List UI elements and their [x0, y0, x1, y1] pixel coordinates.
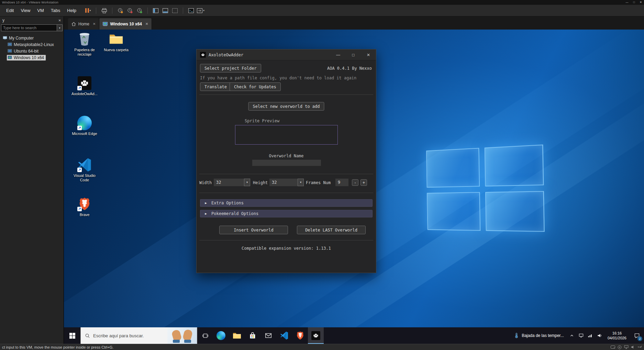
tray-volume-button[interactable]	[595, 327, 604, 344]
vm-power-pause-button[interactable]: ▾	[84, 7, 92, 15]
task-view-button[interactable]	[197, 327, 213, 344]
width-select[interactable]: 32	[214, 179, 244, 186]
action-center-button[interactable]: 2	[630, 327, 644, 344]
app-close-button[interactable]: ✕	[361, 49, 376, 60]
taskbar-clock[interactable]: 16:16 04/01/2026	[604, 331, 630, 340]
check-for-updates-button[interactable]: Check for Updates	[230, 82, 281, 91]
tree-item-windows-10-x64[interactable]: Windows 10 x64	[0, 54, 64, 61]
printer-icon	[101, 8, 107, 13]
toolbar-divider	[183, 8, 183, 14]
vm-icon	[8, 49, 12, 53]
manage-snapshots-button[interactable]	[135, 7, 144, 15]
start-button[interactable]	[64, 327, 80, 344]
vmware-titlebar[interactable]: Windows 10 x64 - VMware Workstation — □ …	[0, 0, 644, 5]
height-select[interactable]: 32	[269, 179, 298, 186]
taskbar-axolote-button[interactable]	[308, 327, 324, 344]
windows-logo-pane	[427, 192, 480, 231]
menu-vm[interactable]: VM	[34, 6, 47, 15]
height-dropdown-button[interactable]: ▼	[298, 179, 304, 186]
desktop-icon-axolote[interactable]: AxoloteOwAd...	[69, 76, 100, 96]
divider	[199, 193, 373, 193]
frames-increment-button[interactable]: +	[360, 179, 367, 186]
desktop-icon-label: Nueva carpeta	[104, 48, 129, 52]
weather-widget[interactable]: Bajada de las temper...	[510, 333, 567, 338]
take-snapshot-button[interactable]	[116, 7, 124, 15]
toggle-library-panel-button[interactable]	[152, 7, 160, 15]
tree-item-metasploitable[interactable]: Metasploitable2-Linux	[0, 41, 64, 48]
show-hidden-icons-button[interactable]	[567, 327, 577, 344]
vmware-window-controls: — □ ✕	[625, 0, 642, 5]
taskbar-search-box[interactable]	[80, 327, 197, 344]
tab-close-button[interactable]: ✕	[93, 22, 96, 26]
tab-close-button[interactable]: ✕	[145, 22, 148, 26]
tab-home[interactable]: Home ✕	[68, 18, 99, 30]
window-minimize-button[interactable]: —	[625, 0, 628, 5]
select-new-overworld-button[interactable]: Select new overworld to add	[248, 102, 324, 111]
console-view-button[interactable]	[187, 7, 195, 15]
print-screen-button[interactable]	[100, 7, 108, 15]
tray-display-button[interactable]	[577, 327, 586, 344]
snapshot-icon	[118, 8, 123, 13]
taskbar-edge-button[interactable]	[213, 327, 229, 344]
window-maximize-button[interactable]: □	[633, 0, 635, 5]
insert-overworld-button[interactable]: Insert Overworld	[219, 226, 288, 234]
taskbar-store-button[interactable]	[245, 327, 260, 344]
unity-view-button[interactable]	[171, 7, 179, 15]
desktop-icon-edge[interactable]: Microsoft Edge	[69, 115, 100, 136]
fullscreen-button[interactable]: ▾	[197, 7, 205, 15]
width-dropdown-button[interactable]: ▼	[244, 179, 250, 186]
window-close-button[interactable]: ✕	[640, 0, 642, 5]
weather-text: Bajada de las temper...	[522, 333, 564, 338]
sound-status-icon[interactable]	[631, 345, 635, 349]
taskbar-brave-button[interactable]	[292, 327, 308, 344]
vmware-tabbar: Home ✕ Windows 10 x64 ✕	[64, 16, 644, 30]
tab-windows-10-x64[interactable]: Windows 10 x64 ✕	[99, 18, 152, 30]
desktop-icon-label: AxoloteOwAd...	[71, 92, 98, 96]
frames-num-input[interactable]	[335, 179, 348, 186]
network-status-icon[interactable]	[624, 345, 629, 349]
library-close-button[interactable]: ✕	[58, 19, 61, 22]
toggle-thumbnail-bar-button[interactable]	[161, 7, 169, 15]
menu-help[interactable]: Help	[64, 6, 80, 15]
taskbar-explorer-button[interactable]	[229, 327, 245, 344]
app-titlebar[interactable]: AxoloteOwAdder — □ ✕	[197, 49, 376, 60]
overworld-name-input[interactable]	[252, 160, 321, 166]
library-search-dropdown-button[interactable]: ▾	[57, 24, 63, 31]
taskbar-mail-button[interactable]	[260, 327, 276, 344]
taskbar-vscode-button[interactable]	[276, 327, 292, 344]
hdd-status-icon[interactable]	[611, 345, 615, 349]
delete-last-overworld-button[interactable]: Delete LAST Overworld	[297, 226, 366, 234]
shortcut-arrow-icon	[77, 126, 82, 130]
menu-view[interactable]: View	[17, 6, 34, 15]
tree-item-label: Ubuntu 64-bit	[14, 49, 38, 54]
desktop-icon-recycle-bin[interactable]: Papelera de reciclaje	[69, 32, 100, 57]
pokeemerald-options-expander[interactable]: ▶ Pokeemerald Options	[200, 210, 373, 217]
desktop-icon-vscode[interactable]: Visual Studio Code	[69, 157, 100, 182]
library-search-input[interactable]	[1, 24, 57, 31]
select-project-folder-button[interactable]: Select project Folder	[200, 64, 261, 72]
translate-button[interactable]: Translate	[200, 82, 231, 91]
usb-status-icon[interactable]	[637, 345, 642, 349]
search-box-daily-image[interactable]	[167, 327, 197, 344]
extra-options-expander[interactable]: ▶ Extra Options	[200, 199, 373, 207]
shortcut-arrow-icon	[77, 168, 82, 172]
vm-running-icon	[8, 56, 12, 59]
menu-edit[interactable]: Edit	[3, 6, 17, 15]
app-maximize-button[interactable]: □	[346, 49, 361, 60]
menu-tabs[interactable]: Tabs	[47, 6, 64, 15]
revert-snapshot-button[interactable]	[126, 7, 134, 15]
shortcut-arrow-icon	[77, 86, 82, 90]
tray-network-button[interactable]	[586, 327, 595, 344]
desktop-icon-new-folder[interactable]: Nueva carpeta	[100, 32, 132, 52]
frames-decrement-button[interactable]: -	[352, 179, 358, 186]
desktop-icon-brave[interactable]: Brave	[69, 196, 100, 217]
app-version-label: AOA 0.4.1 By Nexxo	[327, 66, 372, 71]
tree-item-ubuntu[interactable]: Ubuntu 64-bit	[0, 48, 64, 54]
tree-item-my-computer[interactable]: My Computer	[0, 35, 64, 41]
expander-arrow-icon: ▶	[200, 212, 211, 215]
vm-library-tree: My Computer Metasploitable2-Linux Ubuntu…	[0, 33, 64, 63]
cdrom-status-icon[interactable]	[618, 345, 622, 349]
app-minimize-button[interactable]: —	[331, 49, 346, 60]
toolbar-divider	[112, 8, 112, 14]
taskbar-search-input[interactable]	[90, 333, 167, 338]
